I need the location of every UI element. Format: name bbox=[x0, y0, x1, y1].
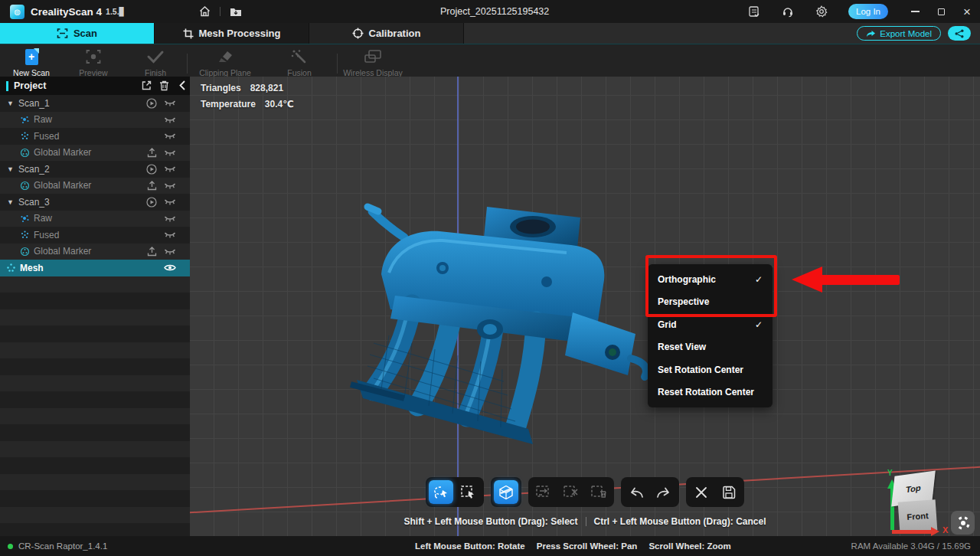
finish-button[interactable]: Finish bbox=[121, 47, 190, 77]
titlebar-divider bbox=[220, 7, 220, 16]
deselect-button[interactable] bbox=[559, 480, 583, 504]
project-title: Project_20251125195432 bbox=[440, 6, 549, 17]
login-button[interactable]: Log In bbox=[848, 4, 888, 19]
preview-button[interactable]: Preview bbox=[59, 47, 128, 77]
hint-rotate: Left Mouse Button: Rotate bbox=[415, 541, 525, 551]
tab-scan[interactable]: Scan bbox=[0, 23, 155, 44]
tree-row-scan3[interactable]: ▼ Scan_3 bbox=[0, 194, 190, 211]
window-maximize-button[interactable] bbox=[928, 0, 954, 23]
upload-icon[interactable] bbox=[147, 181, 157, 191]
preview-eye-icon bbox=[85, 47, 102, 66]
visibility-off-icon[interactable] bbox=[164, 214, 176, 223]
triangles-label: Triangles bbox=[201, 83, 241, 93]
visibility-off-icon[interactable] bbox=[164, 198, 176, 206]
save-button[interactable] bbox=[717, 480, 741, 504]
select-through-cube-button[interactable] bbox=[494, 480, 518, 504]
tree-row-global-marker[interactable]: Global Marker bbox=[0, 145, 190, 162]
cancel-x-icon bbox=[695, 486, 707, 499]
play-icon[interactable] bbox=[146, 98, 157, 109]
visibility-off-icon[interactable] bbox=[164, 99, 176, 107]
project-panel-title: Project bbox=[14, 80, 46, 91]
upload-icon[interactable] bbox=[147, 148, 157, 158]
new-scan-icon bbox=[25, 49, 38, 65]
visibility-on-icon[interactable] bbox=[164, 263, 176, 272]
tree-row-raw[interactable]: Raw bbox=[0, 211, 190, 227]
x-axis-arrow bbox=[892, 530, 932, 534]
visibility-off-icon[interactable] bbox=[164, 182, 176, 190]
tab-mesh-processing-label: Mesh Processing bbox=[199, 28, 281, 39]
project-panel-header: Project bbox=[0, 77, 190, 95]
visibility-off-icon[interactable] bbox=[164, 165, 176, 173]
project-panel: Project ▼ Scan_1 Raw bbox=[0, 77, 190, 536]
visibility-off-icon[interactable] bbox=[164, 132, 176, 140]
tree-row-global-marker[interactable]: Global Marker bbox=[0, 244, 190, 260]
expander-icon[interactable]: ▼ bbox=[7, 100, 15, 107]
firmware-log-icon[interactable] bbox=[743, 0, 766, 23]
scanned-mesh-model[interactable] bbox=[328, 198, 657, 450]
fusion-button[interactable]: Fusion bbox=[265, 47, 334, 77]
tree-row-scan1[interactable]: ▼ Scan_1 bbox=[0, 95, 190, 112]
wireless-display-icon bbox=[363, 47, 383, 66]
menu-item-reset-view[interactable]: Reset View bbox=[648, 336, 773, 359]
hint-select: Shift + Left Mouse Button (Drag): Select bbox=[403, 516, 577, 527]
tree-row-fused[interactable]: Fused bbox=[0, 128, 190, 145]
invert-selection-icon bbox=[535, 485, 552, 499]
open-project-icon[interactable] bbox=[230, 7, 242, 17]
wireless-display-button[interactable]: Wireless Display bbox=[338, 47, 407, 77]
rectangle-select-button[interactable] bbox=[456, 480, 481, 504]
hint-pan: Press Scroll Wheel: Pan bbox=[537, 541, 638, 551]
navigation-cube[interactable]: Y Top Front X bbox=[883, 466, 959, 536]
global-marker-icon bbox=[20, 247, 30, 257]
expander-icon[interactable]: ▼ bbox=[7, 198, 15, 206]
undo-button[interactable] bbox=[624, 480, 648, 504]
delete-selection-icon bbox=[590, 485, 607, 499]
raw-data-icon bbox=[20, 115, 30, 125]
share-button[interactable] bbox=[948, 26, 971, 41]
settings-gear-icon[interactable] bbox=[810, 0, 833, 23]
support-headset-icon[interactable] bbox=[776, 0, 799, 23]
play-icon[interactable] bbox=[146, 197, 157, 208]
tab-mesh-processing[interactable]: Mesh Processing bbox=[155, 23, 309, 44]
window-minimize-button[interactable] bbox=[902, 0, 928, 23]
scan-toolbar: New Scan Preview Finish Clipping Plane F… bbox=[0, 44, 980, 77]
collapse-panel-icon[interactable] bbox=[179, 80, 185, 90]
window-close-button[interactable]: × bbox=[954, 0, 980, 23]
tree-row-global-marker[interactable]: Global Marker bbox=[0, 178, 190, 195]
redo-button[interactable] bbox=[652, 480, 676, 504]
new-scan-button[interactable]: New Scan bbox=[0, 47, 66, 77]
tree-row-fused[interactable]: Fused bbox=[0, 227, 190, 244]
tree-row-mesh[interactable]: Mesh bbox=[0, 260, 190, 276]
viewport-3d[interactable]: Triangles 828,821 Temperature 30.4℃ bbox=[190, 77, 980, 536]
cancel-button[interactable] bbox=[689, 480, 714, 504]
tree-row-raw[interactable]: Raw bbox=[0, 112, 190, 129]
tree-empty-stripes bbox=[0, 276, 190, 537]
menu-item-reset-rotation-center[interactable]: Reset Rotation Center bbox=[648, 381, 773, 404]
global-marker-icon bbox=[20, 181, 30, 191]
menu-item-set-rotation-center[interactable]: Set Rotation Center bbox=[648, 358, 773, 381]
accent-bar bbox=[6, 81, 8, 91]
recenter-view-button[interactable] bbox=[951, 511, 975, 535]
delete-project-icon[interactable] bbox=[159, 80, 169, 91]
delete-selection-button[interactable] bbox=[586, 480, 611, 504]
export-project-icon[interactable] bbox=[142, 80, 152, 90]
close-icon: × bbox=[963, 5, 971, 18]
confirm-group bbox=[686, 477, 744, 507]
global-marker-icon bbox=[20, 148, 30, 158]
tab-calibration[interactable]: Calibration bbox=[309, 23, 464, 44]
clipping-plane-button[interactable]: Clipping Plane bbox=[191, 47, 260, 77]
visibility-off-icon[interactable] bbox=[164, 116, 176, 124]
visibility-off-icon[interactable] bbox=[164, 149, 176, 157]
home-icon[interactable] bbox=[199, 6, 211, 17]
play-icon[interactable] bbox=[146, 164, 157, 175]
tree-row-scan2[interactable]: ▼ Scan_2 bbox=[0, 161, 190, 178]
visibility-off-icon[interactable] bbox=[164, 231, 176, 239]
lasso-select-button[interactable] bbox=[429, 480, 453, 504]
device-name: CR-Scan Raptor_1.4.1 bbox=[18, 541, 107, 551]
upload-icon[interactable] bbox=[147, 247, 157, 257]
cube-icon bbox=[498, 485, 514, 500]
invert-selection-button[interactable] bbox=[531, 480, 556, 504]
export-model-button[interactable]: Export Model bbox=[857, 26, 941, 41]
triangles-value: 828,821 bbox=[250, 83, 283, 93]
visibility-off-icon[interactable] bbox=[164, 247, 176, 256]
expander-icon[interactable]: ▼ bbox=[7, 165, 15, 173]
